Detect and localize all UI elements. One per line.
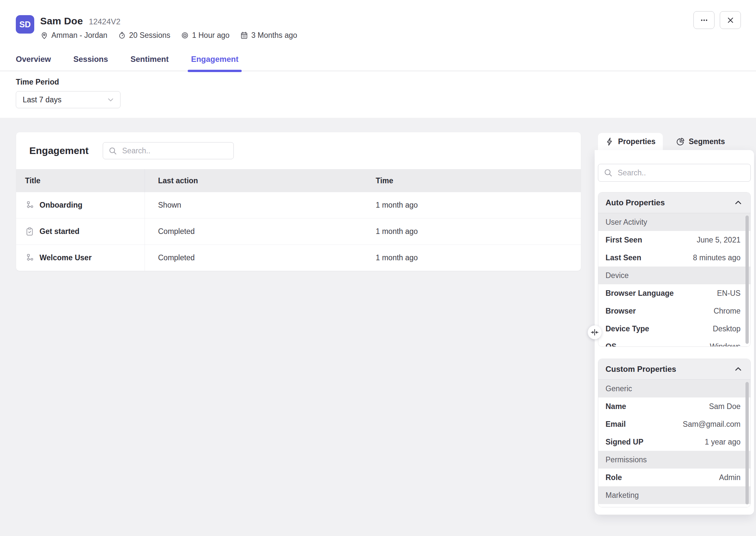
- custom-properties-header[interactable]: Custom Properties: [598, 359, 750, 380]
- auto-properties-header[interactable]: Auto Properties: [598, 192, 750, 213]
- property-label: Email: [605, 420, 626, 429]
- properties-search-input[interactable]: [617, 168, 745, 178]
- chevron-up-icon: [733, 198, 743, 208]
- engagement-row-last-action: Completed: [145, 245, 363, 271]
- last-session-label: 1 Hour ago: [192, 31, 230, 40]
- auto-properties-title: Auto Properties: [605, 198, 665, 207]
- property-value: Sam Doe: [709, 402, 740, 411]
- user-profile-summary: SD Sam Doe 12424V2 Amman - Jordan 20 Ses…: [16, 15, 297, 40]
- tab-sentiment[interactable]: Sentiment: [130, 48, 168, 70]
- engagement-search-input[interactable]: [122, 146, 228, 156]
- table-row[interactable]: Get started Completed 1 month ago: [16, 218, 581, 245]
- properties-search[interactable]: [598, 164, 751, 182]
- close-icon: [726, 16, 735, 25]
- property-value: Desktop: [713, 324, 740, 333]
- column-header-title: Title: [16, 169, 145, 192]
- properties-panel: Auto Properties User Activity First Seen…: [594, 150, 754, 515]
- column-header-last-action: Last action: [145, 169, 363, 192]
- engagement-search[interactable]: [103, 142, 234, 159]
- tab-overview[interactable]: Overview: [16, 48, 51, 70]
- engagement-row-last-action: Shown: [145, 192, 363, 218]
- property-value: June 5, 2021: [697, 236, 740, 245]
- custom-properties-box: Custom Properties Generic Name Sam Doe E…: [598, 359, 751, 507]
- close-button[interactable]: [720, 11, 741, 29]
- table-row[interactable]: Onboarding Shown 1 month ago: [16, 192, 581, 218]
- flow-icon: [25, 253, 34, 263]
- property-group-header: Device: [598, 267, 750, 284]
- property-value: 1 year ago: [704, 438, 740, 447]
- search-icon: [108, 147, 117, 155]
- side-panel-tabs: Properties Segments: [598, 133, 732, 150]
- property-row: First Seen June 5, 2021: [598, 231, 750, 249]
- panel-collapse-button[interactable]: [588, 325, 601, 339]
- tab-segments[interactable]: Segments: [669, 133, 732, 150]
- profile-header: SD Sam Doe 12424V2 Amman - Jordan 20 Ses…: [0, 0, 756, 118]
- tab-properties-label: Properties: [618, 137, 656, 146]
- bolt-icon: [605, 137, 614, 146]
- column-header-time: Time: [363, 169, 581, 192]
- tab-sessions[interactable]: Sessions: [73, 48, 108, 70]
- user-sessions-label: 20 Sessions: [129, 31, 170, 40]
- time-period-select[interactable]: Last 7 days: [16, 91, 121, 108]
- chevron-up-icon: [733, 364, 743, 374]
- user-location-label: Amman - Jordan: [52, 31, 107, 40]
- collapse-horizontal-icon: [591, 328, 599, 337]
- property-label: Browser: [605, 307, 636, 316]
- user-sessions-count: 20 Sessions: [118, 31, 170, 40]
- scrollbar-thumb[interactable]: [745, 216, 749, 344]
- property-row: Name Sam Doe: [598, 397, 750, 415]
- property-group-header: Permissions: [598, 451, 750, 469]
- property-group-header: User Activity: [598, 213, 750, 231]
- tab-properties[interactable]: Properties: [598, 133, 663, 150]
- property-label: First Seen: [605, 236, 642, 245]
- engagement-table-header: Title Last action Time: [16, 169, 581, 192]
- flow-icon: [25, 201, 34, 210]
- auto-properties-box: Auto Properties User Activity First Seen…: [598, 192, 751, 347]
- property-value: Sam@gmail.com: [683, 420, 740, 429]
- property-label: Signed UP: [605, 438, 643, 447]
- property-label: Device Type: [605, 324, 649, 333]
- last-session-time: 1 Hour ago: [181, 31, 230, 40]
- user-location: Amman - Jordan: [40, 31, 107, 40]
- calendar-icon: [240, 31, 248, 40]
- property-row: Email Sam@gmail.com: [598, 415, 750, 433]
- time-period-value: Last 7 days: [23, 95, 61, 104]
- profile-tabbar: Overview Sessions Sentiment Engagement: [0, 48, 756, 71]
- property-row: OS Windows: [598, 338, 750, 347]
- time-period-label: Time Period: [16, 78, 121, 86]
- property-value: EN-US: [717, 289, 740, 298]
- signup-age: 3 Months ago: [240, 31, 297, 40]
- property-label: Name: [605, 402, 626, 411]
- property-label: Browser Language: [605, 289, 674, 298]
- scrollbar-thumb[interactable]: [745, 382, 749, 504]
- property-row: Device Type Desktop: [598, 320, 750, 338]
- clipboard-check-icon: [25, 227, 34, 236]
- engagement-row-title: Get started: [40, 227, 79, 236]
- property-row: Browser Chrome: [598, 302, 750, 320]
- property-row: Role Admin: [598, 469, 750, 486]
- table-row[interactable]: Welcome User Completed 1 month ago: [16, 245, 581, 271]
- property-group-header: Marketing: [598, 486, 750, 504]
- search-icon: [603, 168, 613, 177]
- more-options-button[interactable]: [694, 11, 714, 29]
- property-value: Chrome: [713, 307, 740, 316]
- tab-engagement[interactable]: Engagement: [191, 48, 238, 70]
- property-label: OS: [605, 342, 616, 347]
- custom-properties-title: Custom Properties: [605, 365, 676, 374]
- engagement-row-last-action: Completed: [145, 218, 363, 245]
- property-row: Marketing Channel Organic: [598, 504, 750, 507]
- tab-segments-label: Segments: [689, 137, 725, 146]
- engagement-card-title: Engagement: [29, 145, 103, 156]
- ellipsis-icon: [700, 16, 708, 25]
- stopwatch-icon: [118, 31, 126, 40]
- property-row: Last Seen 8 minutes ago: [598, 249, 750, 267]
- user-name: Sam Doe: [40, 16, 83, 27]
- engagement-row-title: Onboarding: [40, 201, 82, 210]
- engagement-row-title: Welcome User: [40, 253, 91, 262]
- engagement-row-time: 1 month ago: [363, 192, 581, 218]
- engagement-card: Engagement Title Last action Time Onboar…: [16, 132, 581, 271]
- property-row: Browser Language EN-US: [598, 284, 750, 302]
- property-label: Role: [605, 473, 622, 482]
- user-meta-row: Amman - Jordan 20 Sessions 1 Hour ago 3 …: [40, 31, 297, 40]
- user-id: 12424V2: [89, 17, 121, 26]
